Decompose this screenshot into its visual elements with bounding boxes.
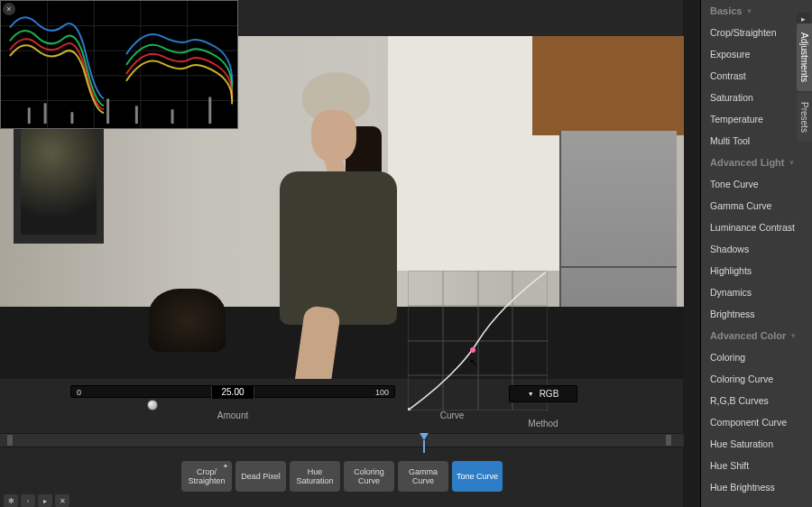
sidebar-item[interactable]: Hue Brightness — [701, 476, 812, 498]
method-value: RGB — [540, 389, 559, 399]
amount-knob[interactable] — [147, 400, 158, 410]
sidebar-item[interactable]: Coloring — [701, 346, 812, 368]
prev-icon[interactable]: ◦ — [21, 494, 35, 507]
chevron-down-icon: ▼ — [789, 159, 796, 167]
svg-rect-9 — [28, 107, 31, 124]
gear-icon[interactable]: ✻ — [4, 494, 18, 507]
adjustments-sidebar: Basics▼Crop/StraightenExposureContrastSa… — [700, 0, 812, 507]
rgb-parade-scope — [1, 1, 237, 128]
chevron-down-icon: ▼ — [789, 332, 797, 340]
sidebar-item[interactable]: Hue Saturation — [701, 433, 812, 455]
timeline-in-handle[interactable] — [7, 435, 13, 446]
sidebar-section-header[interactable]: Advanced Color▼ — [701, 325, 812, 346]
sidebar-item[interactable]: Highlights — [701, 260, 812, 281]
sidebar-item[interactable]: Dynamics — [701, 281, 812, 303]
amount-slider[interactable]: 0 100 25.00 — [70, 385, 395, 398]
sidebar-item[interactable]: Brightness — [701, 303, 812, 325]
close-icon[interactable]: ✕ — [55, 494, 69, 507]
svg-rect-10 — [44, 103, 47, 124]
sidebar-item[interactable]: Luminance Contrast — [701, 217, 812, 238]
sidebar-item[interactable]: Hue Shift — [701, 455, 812, 476]
star-icon: ✦ — [223, 463, 228, 470]
effect-button[interactable]: HueSaturation — [290, 461, 340, 492]
sidebar-item[interactable]: Gamma Curve — [701, 195, 812, 217]
method-label: Method — [528, 419, 558, 429]
chevron-down-icon: ▼ — [745, 7, 752, 15]
sidebar-item[interactable]: Saturation — [701, 87, 812, 108]
svg-point-24 — [470, 347, 475, 353]
sidebar-item[interactable]: Tone Curve — [701, 173, 812, 195]
svg-rect-12 — [106, 98, 109, 124]
vertical-tab-adjustments[interactable]: Adjustments — [797, 23, 812, 91]
sidebar-section-header[interactable]: Basics▼ — [701, 0, 812, 22]
video-scope-panel[interactable]: × — [0, 0, 238, 129]
applied-effects-strip: Crop/Straighten✦Dead PixelHueSaturationC… — [0, 456, 684, 496]
amount-max: 100 — [375, 386, 389, 399]
svg-rect-0 — [1, 1, 237, 128]
timeline[interactable] — [0, 433, 684, 447]
play-icon[interactable]: ▸ — [38, 494, 52, 507]
effect-button[interactable]: ColoringCurve — [344, 461, 394, 492]
sidebar-item[interactable]: Exposure — [701, 43, 812, 65]
svg-rect-11 — [70, 112, 73, 124]
amount-min: 0 — [77, 386, 81, 399]
sidebar-section-header[interactable]: Advanced Light▼ — [701, 152, 812, 173]
svg-rect-15 — [208, 97, 211, 124]
chevron-down-icon: ▼ — [528, 391, 534, 397]
curve-label: Curve — [440, 410, 465, 420]
method-dropdown[interactable]: ▼ RGB — [509, 385, 577, 402]
timeline-playhead[interactable] — [420, 433, 429, 440]
effect-button[interactable]: Tone Curve — [452, 461, 503, 492]
amount-value[interactable]: 25.00 — [211, 386, 254, 399]
sidebar-item[interactable]: Component Curve — [701, 411, 812, 433]
sidebar-item[interactable]: Coloring Curve — [701, 368, 812, 390]
effect-button[interactable]: GammaCurve — [398, 461, 448, 492]
sidebar-item[interactable]: Contrast — [701, 65, 812, 87]
effect-button[interactable]: Crop/Straighten✦ — [181, 461, 232, 492]
sidebar-item[interactable]: Multi Tool — [701, 130, 812, 152]
sidebar-item[interactable]: Crop/Straighten — [701, 22, 812, 43]
close-icon[interactable]: × — [3, 3, 15, 15]
svg-rect-14 — [171, 109, 174, 124]
sidebar-item[interactable]: Temperature — [701, 108, 812, 130]
timeline-out-handle[interactable] — [666, 435, 671, 446]
vertical-tab-presets[interactable]: Presets — [797, 93, 812, 142]
effect-button[interactable]: Dead Pixel — [235, 461, 286, 492]
svg-rect-13 — [135, 106, 138, 124]
amount-label: Amount — [217, 410, 248, 420]
sidebar-item[interactable]: Shadows — [701, 238, 812, 260]
sidebar-item[interactable]: R,G,B Curves — [701, 390, 812, 411]
